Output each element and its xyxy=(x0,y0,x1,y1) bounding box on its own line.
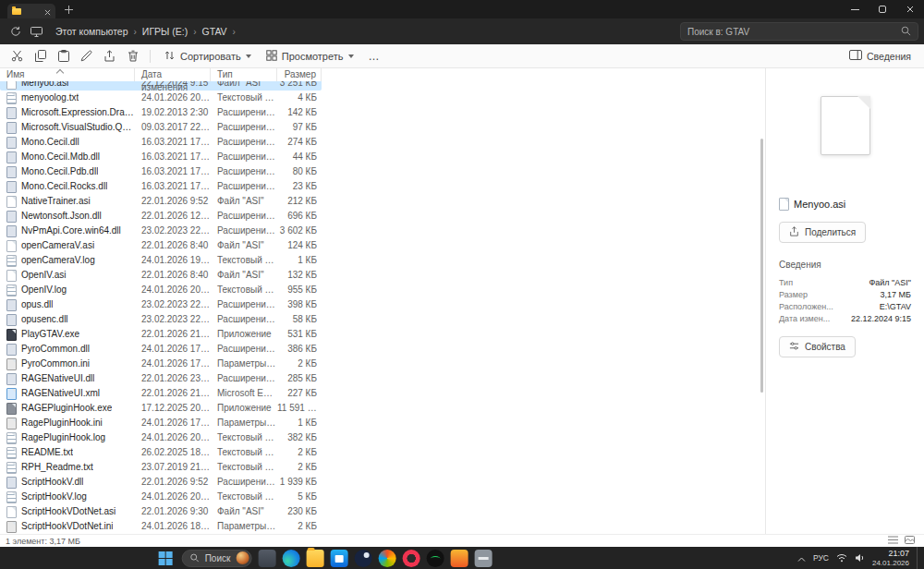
close-icon[interactable] xyxy=(896,0,924,18)
breadcrumb-chevron-icon[interactable]: › xyxy=(233,27,236,37)
file-row[interactable]: Mono.Cecil.Mdb.dll16.03.2021 17:52Расшир… xyxy=(0,150,322,164)
properties-button[interactable]: Свойства xyxy=(779,336,856,357)
copy-icon[interactable] xyxy=(29,46,52,67)
minimize-icon[interactable] xyxy=(841,0,869,18)
file-row[interactable]: opus.dll23.02.2023 22:08Расширение при..… xyxy=(0,297,322,312)
folder-icon xyxy=(12,8,21,15)
breadcrumb-chevron-icon[interactable]: › xyxy=(134,27,137,37)
file-row[interactable]: PyroCommon.ini24.01.2026 17:47Параметры … xyxy=(0,357,322,371)
file-row[interactable]: RagePluginHook.ini24.01.2026 17:59Параме… xyxy=(0,416,322,430)
taskbar-explorer-icon[interactable] xyxy=(306,550,323,567)
share-button[interactable]: Поделиться xyxy=(779,222,866,243)
ini-file-icon xyxy=(6,418,17,430)
column-header-date[interactable]: Дата изменения xyxy=(135,68,211,81)
taskbar-clock[interactable]: 21:07 24.01.2026 xyxy=(872,549,909,567)
file-row[interactable]: README.txt26.02.2025 18:23Текстовый доку… xyxy=(0,445,322,460)
search-input[interactable]: Поиск в: GTAV xyxy=(687,27,749,37)
file-row[interactable]: RagePluginHook.log24.01.2026 20:05Тексто… xyxy=(0,430,322,445)
taskbar-operagx-icon[interactable] xyxy=(402,550,419,567)
taskbar-search[interactable]: Поиск xyxy=(182,550,252,567)
file-type: Расширение при... xyxy=(211,135,277,150)
file-type: Параметры конф... xyxy=(211,416,277,430)
view-button[interactable]: Просмотреть xyxy=(259,46,361,67)
delete-icon[interactable] xyxy=(121,46,144,67)
file-row[interactable]: RAGEPluginHook.exe17.12.2025 20:29Прилож… xyxy=(0,401,322,416)
file-row[interactable]: ScriptHookVDotNet.ini24.01.2026 18:23Пар… xyxy=(0,519,322,534)
taskbar-grayapp-icon[interactable] xyxy=(474,550,492,567)
large-icons-view-icon[interactable] xyxy=(905,536,915,546)
taskbar-photos-icon[interactable] xyxy=(378,550,395,567)
file-row[interactable]: Microsoft.Expression.Drawing.dll19.02.20… xyxy=(0,105,322,120)
file-row[interactable]: Mono.Cecil.Pdb.dll16.03.2021 17:52Расшир… xyxy=(0,164,322,179)
taskbar-store-icon[interactable] xyxy=(330,550,347,567)
file-row[interactable]: NvPmApi.Core.win64.dll23.02.2023 22:08Ра… xyxy=(0,224,322,238)
more-icon[interactable]: … xyxy=(361,50,387,63)
tab-close-icon[interactable] xyxy=(44,3,51,19)
file-row[interactable]: NativeTrainer.asi22.01.2026 9:52Файл "AS… xyxy=(0,194,322,209)
explorer-tab[interactable] xyxy=(7,4,55,18)
file-row[interactable]: opusenc.dll23.02.2023 22:08Расширение пр… xyxy=(0,312,322,327)
taskbar-edge-icon[interactable] xyxy=(282,550,299,567)
column-header-name[interactable]: Имя xyxy=(0,68,135,81)
show-desktop-button[interactable] xyxy=(917,547,919,569)
taskbar-spotify-icon[interactable] xyxy=(426,550,444,567)
view-label: Просмотреть xyxy=(282,51,344,62)
taskbar-orangeapp-icon[interactable] xyxy=(450,550,468,567)
search-icon[interactable] xyxy=(901,23,911,40)
file-row[interactable]: RAGENativeUI.dll22.01.2026 23:24Расширен… xyxy=(0,371,322,386)
paste-icon[interactable] xyxy=(52,46,75,67)
volume-icon[interactable] xyxy=(855,550,865,566)
file-row[interactable]: Newtonsoft.Json.dll22.01.2026 12:53Расши… xyxy=(0,209,322,224)
file-row[interactable]: openCameraV.asi22.01.2026 8:40Файл "ASI"… xyxy=(0,238,322,253)
breadcrumb-item[interactable]: Этот компьютер xyxy=(52,24,132,39)
taskbar-monitorapp-icon[interactable] xyxy=(258,550,275,567)
breadcrumb-item[interactable]: ИГРЫ (E:) xyxy=(139,24,191,39)
file-row[interactable]: ScriptHookV.dll22.01.2026 9:52Расширение… xyxy=(0,475,322,490)
cut-icon[interactable] xyxy=(6,46,29,67)
txt-file-icon xyxy=(6,255,17,267)
details-view-icon[interactable] xyxy=(888,536,898,546)
refresh-icon[interactable] xyxy=(6,21,26,42)
sort-button[interactable]: Сортировать xyxy=(156,46,259,67)
prop-value: 22.12.2024 9:15 xyxy=(851,313,911,325)
exe-file-icon xyxy=(6,329,17,341)
file-row[interactable]: OpenIV.asi22.01.2026 8:40Файл "ASI"132 К… xyxy=(0,268,322,283)
search-box[interactable]: Поиск в: GTAV xyxy=(680,22,918,41)
file-size: 1 КБ xyxy=(277,416,322,430)
file-row[interactable]: Mono.Cecil.Rocks.dll16.03.2021 17:52Расш… xyxy=(0,179,322,194)
new-tab-icon[interactable] xyxy=(65,6,73,14)
column-header-type[interactable]: Тип xyxy=(211,68,277,81)
file-row[interactable]: RAGENativeUI.xml22.01.2026 21:41Microsof… xyxy=(0,386,322,401)
file-name: menyoolog.txt xyxy=(21,91,79,105)
details-pane-toggle[interactable]: Сведения xyxy=(842,50,918,62)
file-type: Расширение при... xyxy=(211,312,277,327)
share-icon[interactable] xyxy=(98,46,121,67)
hidden-icons-chevron-icon[interactable] xyxy=(797,550,806,566)
breadcrumb-chevron-icon[interactable]: › xyxy=(193,27,196,37)
wifi-icon[interactable] xyxy=(836,550,847,566)
file-row[interactable]: PlayGTAV.exe22.01.2026 21:13Приложение53… xyxy=(0,327,322,342)
file-size: 58 КБ xyxy=(277,312,322,327)
rename-icon[interactable] xyxy=(75,46,98,67)
file-preview-icon xyxy=(821,96,870,155)
file-row[interactable]: openCameraV.log24.01.2026 19:32Текстовый… xyxy=(0,253,322,268)
file-row[interactable]: ScriptHookV.log24.01.2026 20:05Текстовый… xyxy=(0,490,322,504)
file-type: Файл "ASI" xyxy=(211,268,277,283)
start-button[interactable] xyxy=(155,548,176,568)
file-row[interactable]: Microsoft.VisualStudio.QualityTools.Unit… xyxy=(0,120,322,135)
dll-file-icon xyxy=(6,344,17,356)
file-row[interactable]: Mono.Cecil.dll16.03.2021 17:52Расширение… xyxy=(0,135,322,150)
file-row[interactable]: OpenIV.log24.01.2026 20:05Текстовый доку… xyxy=(0,283,322,297)
file-name: NvPmApi.Core.win64.dll xyxy=(21,224,121,238)
file-row[interactable]: PyroCommon.dll24.01.2026 17:47Расширение… xyxy=(0,342,322,357)
language-indicator[interactable]: РУС xyxy=(813,553,829,563)
file-list: ИмяДата измененияТипРазмер Menyoo.asi22.… xyxy=(0,68,765,534)
maximize-icon[interactable] xyxy=(869,0,896,18)
file-row[interactable]: RPH_Readme.txt23.07.2019 21:26Текстовый … xyxy=(0,460,322,475)
taskbar-steam-icon[interactable] xyxy=(354,550,371,567)
column-header-size[interactable]: Размер xyxy=(277,68,322,81)
breadcrumb-item[interactable]: GTAV xyxy=(199,24,231,39)
this-pc-icon[interactable] xyxy=(26,21,46,42)
file-row[interactable]: ScriptHookVDotNet.asi22.01.2026 9:30Файл… xyxy=(0,504,322,519)
file-type: Файл "ASI" xyxy=(211,238,277,253)
